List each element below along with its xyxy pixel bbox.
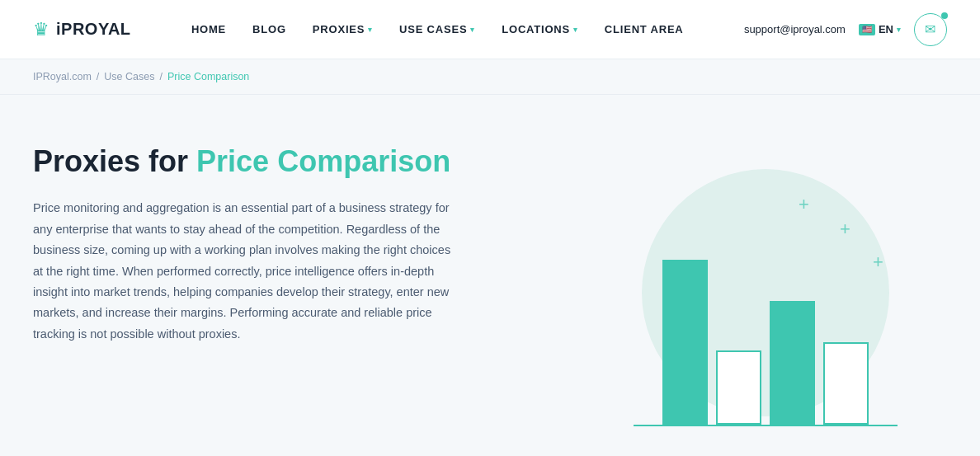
plus-icon-2: + xyxy=(840,219,850,240)
lang-chevron-icon: ▾ xyxy=(897,26,901,34)
breadcrumb-sep1: / xyxy=(97,71,99,82)
main-content: Proxies for Price Comparison Price monit… xyxy=(0,95,980,456)
illustration: + + + xyxy=(584,144,947,441)
header-right: support@iproyal.com 🇺🇸 EN ▾ ✉ xyxy=(744,13,947,46)
main-header: ♛ iPROYAL HOME BLOG PROXIES ▾ USE CASES … xyxy=(0,0,980,59)
bar-4 xyxy=(823,342,869,425)
nav-client-area[interactable]: CLIENT AREA xyxy=(605,23,684,35)
bar-2 xyxy=(716,350,761,425)
locations-chevron-icon: ▾ xyxy=(573,26,578,34)
hero-title-accent: Price Comparison xyxy=(196,144,450,178)
nav-proxies[interactable]: PROXIES ▾ xyxy=(313,23,373,35)
hero-description: Price monitoring and aggregation is an e… xyxy=(33,198,462,345)
lang-selector[interactable]: 🇺🇸 EN ▾ xyxy=(859,23,901,35)
hero-title-plain: Proxies for xyxy=(33,144,196,178)
breadcrumb-sep2: / xyxy=(159,71,162,82)
hero-title: Proxies for Price Comparison xyxy=(33,144,462,178)
nav-home[interactable]: HOME xyxy=(191,23,226,35)
proxies-chevron-icon: ▾ xyxy=(368,26,373,34)
breadcrumb: IPRoyal.com / Use Cases / Price Comparis… xyxy=(33,71,947,82)
bar-chart xyxy=(662,260,869,425)
logo[interactable]: ♛ iPROYAL xyxy=(33,20,131,39)
use-cases-chevron-icon: ▾ xyxy=(470,26,475,34)
lang-label: EN xyxy=(879,23,893,35)
bar-1 xyxy=(662,260,708,425)
nav-use-cases[interactable]: USE CASES ▾ xyxy=(399,23,475,35)
bar-3 xyxy=(770,301,815,425)
mail-button[interactable]: ✉ xyxy=(914,13,947,46)
breadcrumb-bar: IPRoyal.com / Use Cases / Price Comparis… xyxy=(0,59,980,95)
breadcrumb-home[interactable]: IPRoyal.com xyxy=(33,71,92,82)
main-nav: HOME BLOG PROXIES ▾ USE CASES ▾ LOCATION… xyxy=(191,23,684,35)
nav-locations[interactable]: LOCATIONS ▾ xyxy=(502,23,578,35)
plus-icon-1: + xyxy=(799,194,809,215)
plus-icon-3: + xyxy=(873,252,883,273)
mail-icon: ✉ xyxy=(925,21,935,37)
nav-blog[interactable]: BLOG xyxy=(252,23,286,35)
text-section: Proxies for Price Comparison Price monit… xyxy=(33,144,462,345)
flag-icon: 🇺🇸 xyxy=(859,24,875,35)
support-email-link[interactable]: support@iproyal.com xyxy=(744,23,846,35)
logo-text: iPROYAL xyxy=(56,20,131,39)
crown-icon: ♛ xyxy=(33,21,49,39)
breadcrumb-current: Price Comparison xyxy=(167,71,249,82)
breadcrumb-use-cases[interactable]: Use Cases xyxy=(104,71,154,82)
chart-baseline xyxy=(634,425,898,426)
